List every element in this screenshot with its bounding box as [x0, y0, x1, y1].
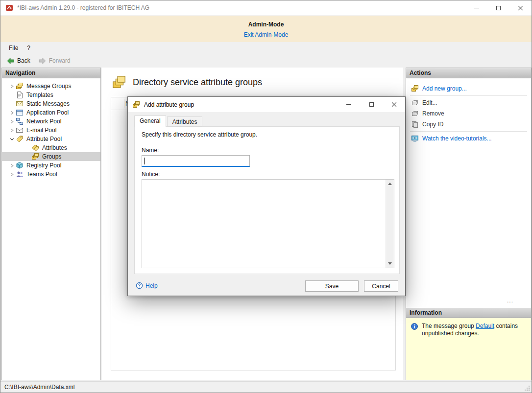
chevron-right-icon[interactable]: [9, 83, 15, 89]
edit-action[interactable]: Edit...: [406, 97, 531, 108]
edit-icon: [411, 99, 419, 107]
save-button[interactable]: Save: [305, 280, 359, 292]
groups-icon: [31, 153, 39, 161]
email-pool-icon: [16, 126, 24, 134]
information-header: Information: [406, 308, 531, 318]
add-new-group-action[interactable]: Add new group...: [406, 83, 531, 94]
tab-attributes[interactable]: Attributes: [167, 116, 203, 127]
maximize-button[interactable]: [487, 0, 509, 15]
menu-help[interactable]: ?: [23, 43, 35, 53]
tab-general[interactable]: General: [134, 116, 166, 127]
sidebar-item-message-groups[interactable]: Message Groups: [2, 82, 100, 91]
chevron-right-icon[interactable]: [9, 127, 15, 133]
sidebar-item-teams-pool[interactable]: Teams Pool: [2, 170, 100, 179]
panel-splitter-grip[interactable]: ...: [507, 297, 513, 304]
chevron-spacer: [9, 101, 15, 107]
sidebar-item-attributes[interactable]: Attributes: [2, 143, 100, 152]
window-title: *IBI-aws Admin 1.29.0 - registered for I…: [17, 4, 149, 11]
status-path: C:\IBI-aws\Admin\Data.xml: [4, 384, 74, 391]
close-icon: [391, 102, 397, 107]
page-header: Directory service attribute groups: [102, 68, 403, 90]
chevron-right-icon[interactable]: [9, 171, 15, 177]
menu-file[interactable]: File: [4, 43, 23, 53]
window-controls: [465, 0, 532, 15]
resize-grip-icon[interactable]: [525, 386, 530, 391]
app-window: *IBI-aws Admin 1.29.0 - registered for I…: [0, 0, 532, 393]
close-button[interactable]: [509, 0, 532, 15]
dialog-maximize-button[interactable]: [360, 97, 383, 112]
dialog-minimize-button[interactable]: [338, 97, 360, 112]
menu-bar: File ?: [0, 42, 532, 54]
copy-id-action[interactable]: Copy ID: [406, 119, 531, 130]
chevron-spacer: [9, 92, 15, 98]
copy-icon: [411, 120, 419, 128]
video-tutorials-icon: [411, 135, 419, 142]
admin-mode-banner: Admin-Mode Exit Admin-Mode: [0, 16, 532, 42]
forward-arrow-icon: [38, 57, 47, 65]
template-icon: [16, 91, 24, 99]
help-icon: [136, 282, 143, 289]
info-icon: [411, 323, 418, 330]
chevron-down-icon[interactable]: [9, 136, 15, 142]
chevron-right-icon[interactable]: [9, 110, 15, 116]
action-label: Copy ID: [422, 121, 443, 128]
back-label: Back: [17, 57, 30, 64]
exit-admin-mode-link[interactable]: Exit Admin-Mode: [244, 31, 289, 38]
admin-mode-title: Admin-Mode: [0, 16, 532, 28]
sidebar-item-templates[interactable]: Templates: [2, 91, 100, 99]
sidebar-item-network-pool[interactable]: Network Pool: [2, 117, 100, 126]
name-input[interactable]: [142, 155, 250, 167]
sidebar-item-application-pool[interactable]: Application Pool: [2, 108, 100, 117]
message-groups-icon: [16, 82, 24, 90]
scroll-down-button[interactable]: [386, 259, 394, 268]
sidebar-item-label: Templates: [26, 92, 53, 98]
application-pool-icon: [16, 109, 24, 116]
dialog-title-bar[interactable]: Add attribute group: [128, 97, 405, 112]
info-text-prefix: The message group: [422, 323, 476, 329]
teams-pool-icon: [16, 170, 24, 178]
network-pool-icon: [16, 117, 24, 125]
sidebar-item-attribute-pool[interactable]: Attribute Pool: [2, 135, 100, 143]
minimize-icon: [346, 104, 351, 105]
sidebar-item-label: Teams Pool: [26, 171, 57, 178]
forward-button[interactable]: Forward: [38, 57, 71, 65]
sidebar-item-static-messages[interactable]: Static Messages: [2, 99, 100, 108]
maximize-icon: [369, 102, 374, 107]
back-button[interactable]: Back: [6, 57, 30, 65]
sidebar-item-label: Registry Pool: [26, 162, 61, 169]
cancel-button[interactable]: Cancel: [364, 280, 398, 292]
action-label: Edit...: [422, 99, 437, 106]
video-tutorials-link[interactable]: Watch the video-tutorials...: [406, 133, 531, 144]
sidebar-item-label: Application Pool: [26, 109, 69, 116]
status-bar: C:\IBI-aws\Admin\Data.xml: [0, 381, 532, 393]
title-bar: *IBI-aws Admin 1.29.0 - registered for I…: [0, 0, 532, 16]
notice-scrollbar[interactable]: [386, 180, 394, 268]
remove-action[interactable]: Remove: [406, 108, 531, 119]
sidebar-item-registry-pool[interactable]: Registry Pool: [2, 161, 100, 170]
scroll-up-button[interactable]: [386, 180, 394, 188]
actions-header: Actions: [406, 68, 531, 78]
sidebar-item-email-pool[interactable]: E-mail Pool: [2, 126, 100, 135]
sidebar-item-label: Attributes: [42, 144, 67, 151]
dialog-close-button[interactable]: [383, 97, 405, 112]
sidebar-item-groups[interactable]: Groups: [2, 152, 100, 161]
maximize-icon: [496, 6, 501, 10]
page-title: Directory service attribute groups: [133, 77, 262, 88]
chevron-right-icon[interactable]: [9, 118, 15, 124]
action-label: Add new group...: [422, 85, 467, 92]
minimize-icon: [474, 8, 479, 8]
help-label: Help: [145, 282, 158, 289]
registry-pool-icon: [16, 162, 24, 169]
close-icon: [518, 5, 523, 11]
remove-icon: [411, 110, 419, 117]
default-group-link[interactable]: Default: [476, 323, 494, 329]
separator: [410, 131, 527, 132]
chevron-spacer: [24, 145, 30, 151]
help-link[interactable]: Help: [136, 282, 158, 289]
notice-textarea[interactable]: [142, 179, 394, 268]
dialog-tabs: General Attributes: [134, 116, 203, 127]
navigation-tree: Message Groups Templates Static Messages…: [2, 78, 100, 179]
chevron-right-icon[interactable]: [9, 162, 15, 168]
add-attribute-group-dialog: Add attribute group General Attributes S…: [127, 96, 406, 296]
minimize-button[interactable]: [465, 0, 487, 15]
